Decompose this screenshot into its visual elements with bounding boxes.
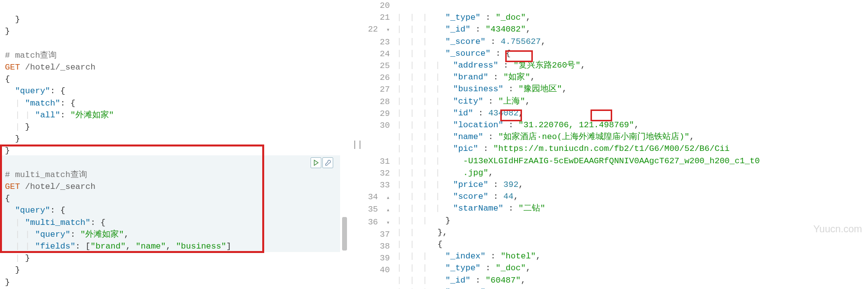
json-string: -U13eXLGIdHFzAAIG-5cEwDEAAGRfQNNIV0AAgcT…	[463, 156, 760, 166]
txt: 城隍庙小南门地铁站店)"	[595, 132, 689, 142]
http-method: GET	[5, 63, 20, 72]
json-key: "fields"	[35, 242, 75, 251]
pane-divider[interactable]: ||	[350, 0, 365, 289]
brace: {	[5, 74, 10, 84]
json-key: "_type"	[445, 13, 480, 22]
json-key: "pic"	[453, 144, 478, 153]
json-string: "name"	[136, 242, 166, 251]
json-string: "豫园地区"	[519, 84, 562, 94]
response-code[interactable]: ||| "_type" : "_doc", ||| "_id" : "43408…	[397, 0, 868, 289]
comment: # match查询	[5, 51, 57, 60]
colon-brace: : {	[50, 86, 66, 96]
request-editor[interactable]: } } # match查询 GET /hotel/_search { "quer…	[0, 0, 350, 289]
http-method: GET	[5, 182, 20, 191]
highlighted-term: 如家	[503, 132, 520, 142]
json-key: "_id"	[445, 276, 470, 285]
json-string: .jpg"	[463, 168, 488, 178]
run-request-button[interactable]	[311, 157, 321, 168]
json-key: "location"	[453, 120, 503, 130]
json-string: "hotel"	[501, 252, 536, 261]
line-gutter: 202122 ▾2324252627282930 31323334 ▴35 ▴3…	[365, 0, 397, 289]
json-string: "https://m.tuniucdn.com/fb2/t1/G6/M00/52…	[493, 144, 729, 153]
json-key: "query"	[15, 86, 50, 96]
q: "	[498, 132, 503, 142]
request-actions	[311, 157, 333, 168]
json-string: "外滩如家"	[80, 230, 124, 239]
json-string: "business"	[176, 242, 226, 251]
brace: }	[5, 146, 10, 155]
brace: {	[5, 194, 10, 203]
json-number: 434082	[488, 108, 519, 118]
json-string: "60487"	[486, 276, 521, 285]
json-key: "_id"	[445, 25, 470, 34]
response-viewer[interactable]: 202122 ▾2324252627282930 31323334 ▴35 ▴3…	[365, 0, 868, 289]
json-string: "_doc"	[495, 263, 525, 273]
json-key: "multi_match"	[25, 218, 91, 227]
q: "	[503, 72, 508, 82]
brace: }	[5, 265, 20, 275]
code-line: }	[5, 27, 10, 36]
code-line: }	[5, 15, 20, 24]
colon-brace: : {	[60, 99, 75, 108]
json-key: "_score"	[445, 37, 486, 46]
json-string: "31.220706, 121.498769"	[519, 120, 634, 130]
json-key: "price"	[453, 180, 488, 189]
q: "	[525, 72, 530, 82]
json-key: "match"	[25, 99, 60, 108]
txt: 酒店·neo(上海	[520, 132, 579, 142]
json-key: "business"	[453, 84, 503, 94]
request-code[interactable]: } } # match查询 GET /hotel/_search { "quer…	[5, 2, 350, 289]
brace: }	[5, 134, 20, 144]
json-key: "brand"	[453, 72, 488, 82]
highlighted-term: 外滩	[579, 132, 595, 142]
json-key: "id"	[453, 108, 473, 118]
divider-icon: ||	[352, 140, 363, 149]
json-key: "query"	[35, 230, 70, 239]
json-key: "city"	[453, 97, 483, 106]
json-key: "score"	[453, 192, 488, 201]
json-key: "_index"	[445, 252, 486, 261]
json-key: "starName"	[453, 204, 503, 213]
json-string: "434082"	[486, 25, 526, 34]
json-string: "二钻"	[519, 204, 545, 213]
watermark: Yuucn.com	[813, 223, 862, 235]
comment: # multi_match查询	[5, 170, 87, 180]
json-key: "address"	[453, 61, 498, 70]
endpoint: /hotel/_search	[20, 182, 96, 191]
brace: }	[5, 278, 10, 287]
json-key: "_type"	[445, 263, 480, 273]
highlighted-term: 如家	[508, 72, 525, 82]
json-string: "外滩如家"	[70, 110, 114, 120]
endpoint: /hotel/_search	[20, 63, 96, 72]
json-key: "query"	[15, 206, 50, 215]
json-string: "brand"	[90, 242, 125, 251]
json-key: "name"	[453, 132, 483, 142]
json-number: 4.755627	[501, 37, 541, 46]
json-key: "all"	[35, 110, 60, 120]
json-key: "_source"	[445, 49, 490, 58]
json-number: 392	[503, 180, 519, 189]
json-string: "_doc"	[495, 13, 525, 22]
json-number: 44	[503, 192, 513, 201]
json-string: "复兴东路260号"	[514, 61, 581, 70]
json-string: "上海"	[498, 97, 525, 106]
wrench-button[interactable]	[322, 157, 333, 168]
